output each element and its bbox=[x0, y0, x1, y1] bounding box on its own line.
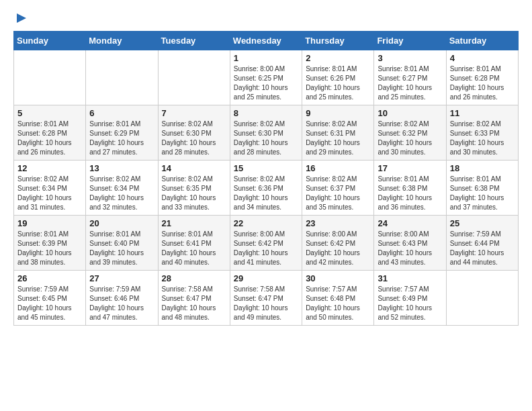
calendar-cell: 20Sunrise: 8:01 AM Sunset: 6:40 PM Dayli… bbox=[86, 216, 158, 271]
calendar-cell: 10Sunrise: 8:02 AM Sunset: 6:32 PM Dayli… bbox=[374, 105, 446, 161]
calendar-cell: 27Sunrise: 7:59 AM Sunset: 6:46 PM Dayli… bbox=[86, 271, 158, 326]
day-info: Sunrise: 8:02 AM Sunset: 6:30 PM Dayligh… bbox=[234, 120, 298, 157]
calendar-day-header: Saturday bbox=[446, 32, 518, 50]
day-number: 27 bbox=[89, 273, 154, 283]
day-info: Sunrise: 8:02 AM Sunset: 6:31 PM Dayligh… bbox=[306, 120, 370, 157]
calendar-cell: 19Sunrise: 8:01 AM Sunset: 6:39 PM Dayli… bbox=[14, 216, 86, 271]
day-number: 20 bbox=[89, 218, 154, 228]
logo-arrow-icon bbox=[15, 12, 28, 24]
day-info: Sunrise: 7:59 AM Sunset: 6:44 PM Dayligh… bbox=[450, 230, 515, 267]
day-number: 4 bbox=[450, 53, 515, 63]
calendar-cell: 30Sunrise: 7:57 AM Sunset: 6:48 PM Dayli… bbox=[302, 271, 374, 326]
day-info: Sunrise: 7:59 AM Sunset: 6:46 PM Dayligh… bbox=[89, 285, 154, 322]
calendar-cell: 13Sunrise: 8:02 AM Sunset: 6:34 PM Dayli… bbox=[86, 161, 158, 216]
day-number: 8 bbox=[234, 108, 298, 118]
calendar-cell: 1Sunrise: 8:00 AM Sunset: 6:25 PM Daylig… bbox=[230, 50, 302, 105]
calendar-cell: 29Sunrise: 7:58 AM Sunset: 6:47 PM Dayli… bbox=[230, 271, 302, 326]
day-info: Sunrise: 8:01 AM Sunset: 6:38 PM Dayligh… bbox=[450, 175, 515, 212]
calendar-week-row: 19Sunrise: 8:01 AM Sunset: 6:39 PM Dayli… bbox=[14, 216, 519, 271]
day-number: 7 bbox=[162, 108, 226, 118]
day-info: Sunrise: 8:01 AM Sunset: 6:39 PM Dayligh… bbox=[17, 230, 82, 267]
calendar-day-header: Monday bbox=[86, 32, 158, 50]
day-info: Sunrise: 8:02 AM Sunset: 6:34 PM Dayligh… bbox=[17, 175, 82, 212]
calendar-cell: 9Sunrise: 8:02 AM Sunset: 6:31 PM Daylig… bbox=[302, 105, 374, 161]
day-number: 1 bbox=[234, 53, 298, 63]
day-number: 28 bbox=[162, 273, 226, 283]
day-info: Sunrise: 8:02 AM Sunset: 6:30 PM Dayligh… bbox=[162, 120, 226, 157]
day-number: 31 bbox=[378, 273, 442, 283]
day-number: 11 bbox=[450, 108, 515, 118]
day-number: 23 bbox=[306, 218, 370, 228]
day-info: Sunrise: 8:00 AM Sunset: 6:42 PM Dayligh… bbox=[306, 230, 370, 267]
day-info: Sunrise: 8:02 AM Sunset: 6:37 PM Dayligh… bbox=[306, 175, 370, 212]
calendar-cell bbox=[158, 50, 230, 105]
calendar-cell: 22Sunrise: 8:00 AM Sunset: 6:42 PM Dayli… bbox=[230, 216, 302, 271]
calendar-week-row: 26Sunrise: 7:59 AM Sunset: 6:45 PM Dayli… bbox=[14, 271, 519, 326]
day-info: Sunrise: 7:58 AM Sunset: 6:47 PM Dayligh… bbox=[234, 285, 298, 322]
day-info: Sunrise: 8:02 AM Sunset: 6:36 PM Dayligh… bbox=[234, 175, 298, 212]
calendar-cell: 17Sunrise: 8:01 AM Sunset: 6:38 PM Dayli… bbox=[374, 161, 446, 216]
day-info: Sunrise: 8:02 AM Sunset: 6:33 PM Dayligh… bbox=[450, 120, 515, 157]
calendar-cell: 21Sunrise: 8:01 AM Sunset: 6:41 PM Dayli… bbox=[158, 216, 230, 271]
calendar-week-row: 1Sunrise: 8:00 AM Sunset: 6:25 PM Daylig… bbox=[14, 50, 519, 105]
calendar-header-row: SundayMondayTuesdayWednesdayThursdayFrid… bbox=[14, 32, 519, 50]
day-number: 19 bbox=[17, 218, 82, 228]
calendar-cell bbox=[446, 271, 518, 326]
day-info: Sunrise: 8:02 AM Sunset: 6:34 PM Dayligh… bbox=[89, 175, 154, 212]
calendar-cell: 23Sunrise: 8:00 AM Sunset: 6:42 PM Dayli… bbox=[302, 216, 374, 271]
day-info: Sunrise: 8:00 AM Sunset: 6:42 PM Dayligh… bbox=[234, 230, 298, 267]
day-number: 9 bbox=[306, 108, 370, 118]
calendar-cell: 16Sunrise: 8:02 AM Sunset: 6:37 PM Dayli… bbox=[302, 161, 374, 216]
calendar-table: SundayMondayTuesdayWednesdayThursdayFrid… bbox=[13, 31, 519, 326]
day-info: Sunrise: 7:58 AM Sunset: 6:47 PM Dayligh… bbox=[162, 285, 226, 322]
calendar-day-header: Friday bbox=[374, 32, 446, 50]
day-info: Sunrise: 8:02 AM Sunset: 6:32 PM Dayligh… bbox=[378, 120, 442, 157]
day-number: 3 bbox=[378, 53, 442, 63]
day-info: Sunrise: 8:01 AM Sunset: 6:28 PM Dayligh… bbox=[17, 120, 82, 157]
day-info: Sunrise: 7:57 AM Sunset: 6:49 PM Dayligh… bbox=[378, 285, 442, 322]
calendar-day-header: Thursday bbox=[302, 32, 374, 50]
day-number: 21 bbox=[162, 218, 226, 228]
calendar-cell: 26Sunrise: 7:59 AM Sunset: 6:45 PM Dayli… bbox=[14, 271, 86, 326]
day-info: Sunrise: 7:57 AM Sunset: 6:48 PM Dayligh… bbox=[306, 285, 370, 322]
day-info: Sunrise: 8:01 AM Sunset: 6:29 PM Dayligh… bbox=[89, 120, 154, 157]
calendar-cell: 2Sunrise: 8:01 AM Sunset: 6:26 PM Daylig… bbox=[302, 50, 374, 105]
day-number: 25 bbox=[450, 218, 515, 228]
logo bbox=[13, 13, 28, 24]
day-info: Sunrise: 8:01 AM Sunset: 6:27 PM Dayligh… bbox=[378, 64, 442, 102]
day-info: Sunrise: 8:01 AM Sunset: 6:38 PM Dayligh… bbox=[378, 175, 442, 212]
page-header bbox=[13, 13, 519, 24]
calendar-week-row: 12Sunrise: 8:02 AM Sunset: 6:34 PM Dayli… bbox=[14, 161, 519, 216]
calendar-cell: 15Sunrise: 8:02 AM Sunset: 6:36 PM Dayli… bbox=[230, 161, 302, 216]
calendar-cell: 28Sunrise: 7:58 AM Sunset: 6:47 PM Dayli… bbox=[158, 271, 230, 326]
day-number: 18 bbox=[450, 163, 515, 173]
day-number: 17 bbox=[378, 163, 442, 173]
day-info: Sunrise: 8:00 AM Sunset: 6:43 PM Dayligh… bbox=[378, 230, 442, 267]
calendar-cell: 4Sunrise: 8:01 AM Sunset: 6:28 PM Daylig… bbox=[446, 50, 518, 105]
calendar-cell: 31Sunrise: 7:57 AM Sunset: 6:49 PM Dayli… bbox=[374, 271, 446, 326]
calendar-cell: 18Sunrise: 8:01 AM Sunset: 6:38 PM Dayli… bbox=[446, 161, 518, 216]
day-number: 12 bbox=[17, 163, 82, 173]
day-number: 22 bbox=[234, 218, 298, 228]
day-info: Sunrise: 8:01 AM Sunset: 6:26 PM Dayligh… bbox=[306, 64, 370, 102]
day-info: Sunrise: 7:59 AM Sunset: 6:45 PM Dayligh… bbox=[17, 285, 82, 322]
day-number: 26 bbox=[17, 273, 82, 283]
calendar-cell: 12Sunrise: 8:02 AM Sunset: 6:34 PM Dayli… bbox=[14, 161, 86, 216]
calendar-day-header: Sunday bbox=[14, 32, 86, 50]
calendar-cell: 3Sunrise: 8:01 AM Sunset: 6:27 PM Daylig… bbox=[374, 50, 446, 105]
day-info: Sunrise: 8:01 AM Sunset: 6:41 PM Dayligh… bbox=[162, 230, 226, 267]
calendar-cell: 24Sunrise: 8:00 AM Sunset: 6:43 PM Dayli… bbox=[374, 216, 446, 271]
day-number: 5 bbox=[17, 108, 82, 118]
calendar-cell: 5Sunrise: 8:01 AM Sunset: 6:28 PM Daylig… bbox=[14, 105, 86, 161]
svg-marker-0 bbox=[17, 13, 26, 23]
day-number: 2 bbox=[306, 53, 370, 63]
day-number: 24 bbox=[378, 218, 442, 228]
day-number: 16 bbox=[306, 163, 370, 173]
calendar-cell bbox=[86, 50, 158, 105]
day-number: 14 bbox=[162, 163, 226, 173]
calendar-day-header: Tuesday bbox=[158, 32, 230, 50]
day-info: Sunrise: 8:02 AM Sunset: 6:35 PM Dayligh… bbox=[162, 175, 226, 212]
calendar-cell bbox=[14, 50, 86, 105]
day-info: Sunrise: 8:00 AM Sunset: 6:25 PM Dayligh… bbox=[234, 64, 298, 102]
day-info: Sunrise: 8:01 AM Sunset: 6:40 PM Dayligh… bbox=[89, 230, 154, 267]
